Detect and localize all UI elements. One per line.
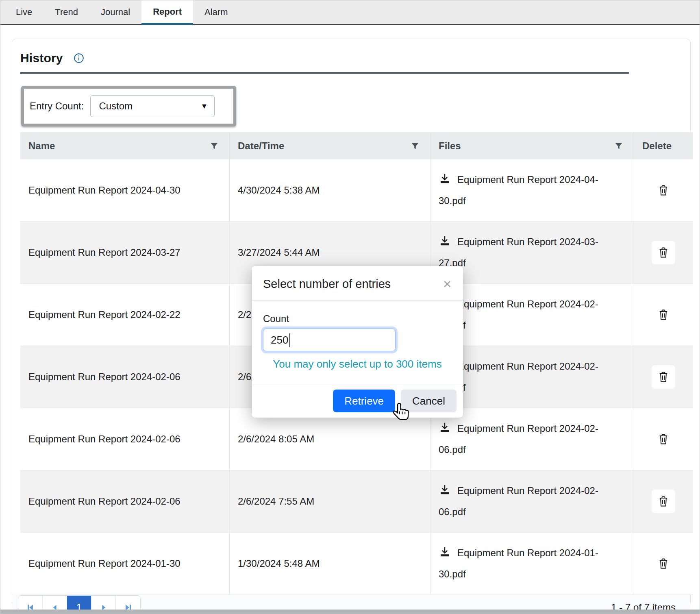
cell-delete <box>634 159 693 221</box>
download-icon[interactable] <box>439 233 451 245</box>
cell-delete <box>634 408 693 470</box>
cell-files: Equipment Run Report 2024-01-30.pdf <box>430 533 634 594</box>
tab-alarm[interactable]: Alarm <box>193 0 239 24</box>
count-stepper: ▲ ▼ <box>263 329 396 351</box>
close-icon[interactable]: ✕ <box>443 279 452 290</box>
entry-count-callout: Entry Count: Custom ▼ <box>21 86 236 126</box>
max-items-hint: You may only select up to 300 items <box>263 358 452 370</box>
tab-trend-label: Trend <box>55 7 78 17</box>
cell-name: Equipment Run Report 2024-03-27 <box>20 222 230 283</box>
delete-button[interactable] <box>652 303 675 327</box>
download-icon[interactable] <box>439 171 451 183</box>
mouse-cursor-pointer <box>391 401 412 425</box>
download-icon[interactable] <box>439 420 451 432</box>
column-header-datetime[interactable]: Date/Time <box>230 132 430 159</box>
dialog-footer: Retrieve Cancel <box>252 384 463 418</box>
column-header-files[interactable]: Files <box>430 132 634 159</box>
column-header-delete: Delete <box>634 132 693 159</box>
page-title: History <box>20 51 63 65</box>
cell-name: Equipment Run Report 2024-02-22 <box>20 284 230 346</box>
delete-button[interactable] <box>652 427 675 451</box>
cell-name: Equipment Run Report 2024-02-06 <box>20 470 230 532</box>
file-link[interactable]: Equipment Run Report 2024-03-27.pdf <box>439 236 598 268</box>
table-row: Equipment Run Report 2024-04-30 4/30/202… <box>20 159 693 222</box>
tab-report-label: Report <box>153 7 182 17</box>
history-divider <box>20 72 629 74</box>
cell-delete <box>634 284 693 346</box>
cell-files: Equipment Run Report 2024-04-30.pdf <box>430 159 634 221</box>
file-link[interactable]: Equipment Run Report 2024-02-06.pdf <box>439 423 598 455</box>
info-icon[interactable] <box>74 53 84 63</box>
window-bottom-edge <box>0 610 700 614</box>
count-input[interactable] <box>263 329 396 351</box>
cell-delete <box>634 533 693 594</box>
column-header-datetime-label: Date/Time <box>238 140 284 152</box>
retrieve-button[interactable]: Retrieve <box>333 390 395 412</box>
column-header-name[interactable]: Name <box>20 132 230 159</box>
table-row: Equipment Run Report 2024-02-06 2/6/2024… <box>20 470 693 533</box>
cell-delete <box>634 222 693 283</box>
cell-files: Equipment Run Report 2024-02-06.pdf <box>430 470 634 532</box>
cell-name: Equipment Run Report 2024-02-06 <box>20 346 230 408</box>
cell-datetime: 1/30/2024 5:48 AM <box>230 533 430 594</box>
cell-delete <box>634 470 693 532</box>
filter-funnel-icon[interactable] <box>210 142 219 150</box>
file-link[interactable]: Equipment Run Report 2024-02-06.pdf <box>439 485 598 517</box>
chevron-down-icon: ▼ <box>201 102 208 111</box>
tab-alarm-label: Alarm <box>204 7 228 17</box>
cell-name: Equipment Run Report 2024-04-30 <box>20 159 230 221</box>
delete-button[interactable] <box>652 365 675 389</box>
entry-count-value: Custom <box>99 100 133 112</box>
delete-button[interactable] <box>652 241 675 264</box>
tab-bar: Live Trend Journal Report Alarm <box>0 0 700 25</box>
download-icon[interactable] <box>439 482 451 494</box>
entry-count-select[interactable]: Custom ▼ <box>90 95 215 117</box>
tab-live-label: Live <box>16 7 32 17</box>
file-link[interactable]: Equipment Run Report 2024-01-30.pdf <box>439 547 598 579</box>
history-header: History <box>20 51 690 65</box>
delete-button[interactable] <box>652 490 675 513</box>
delete-button[interactable] <box>652 179 675 202</box>
count-label: Count <box>263 313 452 324</box>
file-link[interactable]: Equipment Run Report 2024-04-30.pdf <box>439 174 598 206</box>
entry-count-label: Entry Count: <box>30 100 84 112</box>
table-row: Equipment Run Report 2024-01-30 1/30/202… <box>20 533 693 595</box>
column-header-delete-label: Delete <box>642 140 672 152</box>
cell-datetime: 4/30/2024 5:38 AM <box>230 159 430 221</box>
tab-live[interactable]: Live <box>4 0 43 24</box>
dialog-body: Count ▲ ▼ You may only select up to 300 … <box>252 301 463 384</box>
table-header-row: Name Date/Time Files <box>20 132 693 159</box>
cell-name: Equipment Run Report 2024-01-30 <box>20 533 230 594</box>
select-entries-dialog: Select number of entries ✕ Count ▲ ▼ You… <box>252 266 463 418</box>
delete-button[interactable] <box>652 552 675 575</box>
column-header-name-label: Name <box>28 140 55 152</box>
tab-journal-label: Journal <box>101 7 130 17</box>
cell-datetime: 2/6/2024 7:55 AM <box>230 470 430 532</box>
column-header-files-label: Files <box>439 140 461 152</box>
download-icon[interactable] <box>439 544 451 556</box>
tab-report[interactable]: Report <box>141 0 193 25</box>
dialog-header: Select number of entries ✕ <box>252 266 463 301</box>
tab-trend[interactable]: Trend <box>43 0 89 24</box>
tab-journal[interactable]: Journal <box>89 0 141 24</box>
cell-name: Equipment Run Report 2024-02-06 <box>20 408 230 470</box>
cell-delete <box>634 346 693 408</box>
filter-funnel-icon[interactable] <box>411 142 420 150</box>
text-caret <box>289 333 290 347</box>
dialog-title: Select number of entries <box>263 277 391 291</box>
filter-funnel-icon[interactable] <box>614 142 623 150</box>
